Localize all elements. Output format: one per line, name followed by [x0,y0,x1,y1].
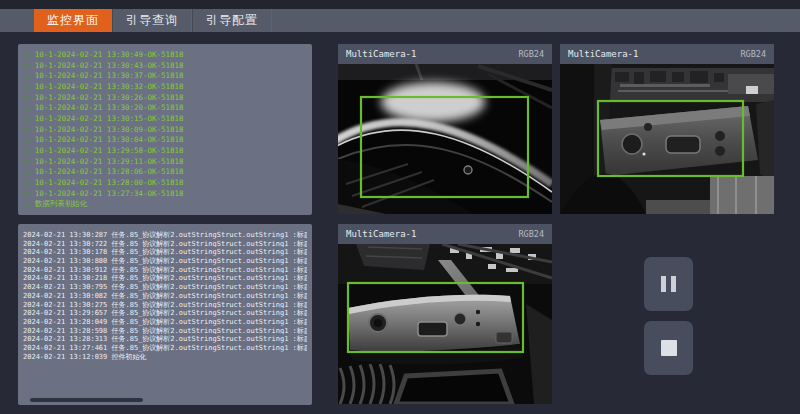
expand-arrow-icon[interactable]: ▶ [26,180,30,186]
log-line: 2024-02-21 13:28:313 任务.85_协议解析2.outStri… [23,334,307,343]
stop-icon [661,340,677,356]
log-line: 2024-02-21 13:12:039 控件初始化 [23,352,307,361]
tree-entry-label: 10-1-2024-02-21 13:30:15-OK-51818 [35,114,184,123]
log-line: 2024-02-21 13:28:598 任务.85_协议解析2.outStri… [23,326,307,335]
tree-log-entry[interactable]: ▶ 10-1-2024-02-21 13:30:32-OK-51818 [24,81,306,92]
camera-2-image [560,64,774,214]
expand-arrow-icon[interactable]: ▶ [26,201,30,207]
tree-entry-label: 10-1-2024-02-21 13:28:06-OK-51818 [35,167,184,176]
camera-panel-1: MultiCamera-1 RGB24 [338,44,552,214]
log-line: 2024-02-21 13:28:049 任务.85_协议解析2.outStri… [23,317,307,326]
expand-arrow-icon[interactable]: ▶ [26,137,30,143]
tree-entry-label: 10-1-2024-02-21 13:30:09-OK-51818 [35,125,184,134]
log-line: 2024-02-21 13:30:178 任务.85_协议解析2.outStri… [23,247,307,256]
tree-log-entry[interactable]: ▶ 10-1-2024-02-21 13:30:20-OK-51818 [24,102,306,113]
result-tree-panel[interactable]: ▶ 10-1-2024-02-21 13:30:49-OK-51818 ▶ 10… [18,44,312,215]
log-horizontal-scrollbar[interactable] [30,398,143,402]
expand-arrow-icon[interactable]: ▶ [26,158,30,164]
log-line: 2024-02-21 13:30:275 任务.85_协议解析2.outStri… [23,300,307,309]
expand-arrow-icon[interactable]: ▶ [26,169,30,175]
log-line: 2024-02-21 13:30:082 任务.85_协议解析2.outStri… [23,291,307,300]
expand-arrow-icon[interactable]: ▶ [26,115,30,121]
tree-entry-label: 10-1-2024-02-21 13:30:43-OK-51818 [35,61,184,70]
log-line: 2024-02-21 13:30:795 任务.85_协议解析2.outStri… [23,282,307,291]
log-line: 2024-02-21 13:30:218 任务.85_协议解析2.outStri… [23,273,307,282]
tree-log-entry[interactable]: ▶ 数据列表初始化 [24,199,306,210]
tree-log-entry[interactable]: ▶ 10-1-2024-02-21 13:29:58-OK-51818 [24,145,306,156]
tree-entry-label: 10-1-2024-02-21 13:30:04-OK-51818 [35,135,184,144]
camera-2-header: MultiCamera-1 RGB24 [560,44,774,64]
log-line: 2024-02-21 13:30:912 任务.85_协议解析2.outStri… [23,265,307,274]
log-line: 2024-02-21 13:27:461 任务.85_协议解析2.outStri… [23,343,307,352]
tab-guide-config[interactable]: 引导配置 [192,9,272,32]
camera-1-header: MultiCamera-1 RGB24 [338,44,552,64]
tree-entry-label: 10-1-2024-02-21 13:30:49-OK-51818 [35,50,184,59]
tree-entry-label: 10-1-2024-02-21 13:29:11-OK-51818 [35,157,184,166]
camera-pixel-format: RGB24 [518,229,544,239]
tree-log-entry[interactable]: ▶ 10-1-2024-02-21 13:30:15-OK-51818 [24,113,306,124]
tree-entry-label: 10-1-2024-02-21 13:30:32-OK-51818 [35,82,184,91]
tree-log-entry[interactable]: ▶ 10-1-2024-02-21 13:27:34-OK-51818 [24,188,306,199]
expand-arrow-icon[interactable]: ▶ [26,190,30,196]
expand-arrow-icon[interactable]: ▶ [26,126,30,132]
expand-arrow-icon[interactable]: ▶ [26,148,30,154]
tree-log-entry[interactable]: ▶ 10-1-2024-02-21 13:30:26-OK-51818 [24,92,306,103]
camera-3-image [338,244,552,404]
detail-log-panel[interactable]: 2024-02-21 13:30:287 任务.85_协议解析2.outStri… [18,224,312,405]
tree-entry-label: 10-1-2024-02-21 13:30:26-OK-51818 [35,93,184,102]
main-tab-bar: 监控界面 引导查询 引导配置 [0,9,800,32]
camera-title: MultiCamera-1 [568,49,638,59]
tree-entry-label: 10-1-2024-02-21 13:30:37-OK-51818 [35,71,184,80]
tree-log-entry[interactable]: ▶ 10-1-2024-02-21 13:29:11-OK-51818 [24,156,306,167]
log-line: 2024-02-21 13:30:880 任务.85_协议解析2.outStri… [23,256,307,265]
window-top-strip [0,0,800,9]
tree-log-entry[interactable]: ▶ 10-1-2024-02-21 13:28:06-OK-51818 [24,167,306,178]
expand-arrow-icon[interactable]: ▶ [26,62,30,68]
tree-entry-label: 10-1-2024-02-21 13:29:58-OK-51818 [35,146,184,155]
camera-3-header: MultiCamera-1 RGB24 [338,224,552,244]
pause-button[interactable] [644,257,693,311]
camera-panel-3: MultiCamera-1 RGB24 [338,224,552,404]
expand-arrow-icon[interactable]: ▶ [26,73,30,79]
tree-log-entry[interactable]: ▶ 10-1-2024-02-21 13:30:49-OK-51818 [24,49,306,60]
log-line: 2024-02-21 13:30:722 任务.85_协议解析2.outStri… [23,239,307,248]
expand-arrow-icon[interactable]: ▶ [26,94,30,100]
tree-entry-label: 10-1-2024-02-21 13:30:20-OK-51818 [35,103,184,112]
camera-pixel-format: RGB24 [740,49,766,59]
camera-pixel-format: RGB24 [518,49,544,59]
camera-1-image [338,64,552,214]
camera-panel-2: MultiCamera-1 RGB24 [560,44,774,214]
tab-monitor-view[interactable]: 监控界面 [34,9,112,32]
log-line: 2024-02-21 13:30:287 任务.85_协议解析2.outStri… [23,230,307,239]
pause-icon [661,276,676,292]
expand-arrow-icon[interactable]: ▶ [26,51,30,57]
tree-entry-label: 10-1-2024-02-21 13:28:00-OK-51818 [35,178,184,187]
tree-log-entry[interactable]: ▶ 10-1-2024-02-21 13:30:37-OK-51818 [24,70,306,81]
log-line: 2024-02-21 13:29:657 任务.85_协议解析2.outStri… [23,308,307,317]
monitoring-app-window: 监控界面 引导查询 引导配置 ▶ 10-1-2024-02-21 13:30:4… [0,0,800,414]
tree-log-entry[interactable]: ▶ 10-1-2024-02-21 13:30:04-OK-51818 [24,135,306,146]
tree-entry-label: 10-1-2024-02-21 13:27:34-OK-51818 [35,189,184,198]
camera-title: MultiCamera-1 [346,229,416,239]
tree-log-entry[interactable]: ▶ 10-1-2024-02-21 13:30:09-OK-51818 [24,124,306,135]
expand-arrow-icon[interactable]: ▶ [26,105,30,111]
tab-guide-query[interactable]: 引导查询 [112,9,192,32]
tree-entry-label: 数据列表初始化 [35,199,88,209]
camera-title: MultiCamera-1 [346,49,416,59]
stop-button[interactable] [644,321,693,375]
tree-log-entry[interactable]: ▶ 10-1-2024-02-21 13:28:00-OK-51818 [24,177,306,188]
expand-arrow-icon[interactable]: ▶ [26,83,30,89]
tree-log-entry[interactable]: ▶ 10-1-2024-02-21 13:30:43-OK-51818 [24,60,306,71]
